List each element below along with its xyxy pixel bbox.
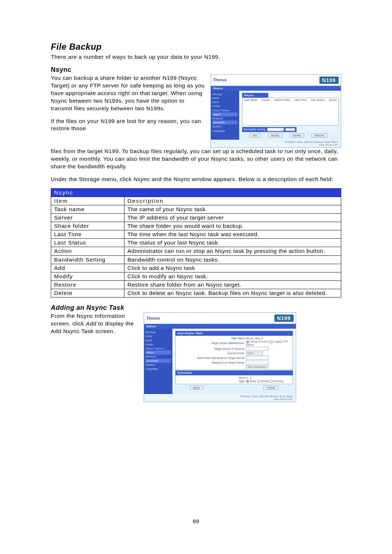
heading-nsync: Nsync — [51, 66, 341, 74]
screenshot-nsync-list: Thecus N199 Status Storage Disks RAID Fo… — [211, 74, 341, 148]
time-select[interactable]: 0 : 0 — [246, 377, 290, 379]
p-file-backup-intro: There are a number of ways to back up yo… — [51, 53, 341, 61]
menubar: Status — [144, 324, 296, 329]
logo: Thecus — [213, 78, 227, 82]
panel-title: Nsync — [242, 93, 268, 98]
nsync-p2b: files from the target N199. To backup fi… — [51, 148, 341, 171]
table-title: Nsync — [51, 188, 341, 197]
type-weekly-radio[interactable] — [257, 380, 260, 383]
col-item: Item — [51, 197, 124, 205]
panel-schedule-title: Schedule — [175, 370, 293, 375]
logo: Thecus — [146, 316, 160, 320]
sidebar: Storage Disks RAID Folder Share Folders … — [211, 91, 239, 140]
heading-file-backup: File Backup — [51, 42, 341, 52]
brand-badge: N199 — [274, 315, 294, 322]
mfg-thecus-radio[interactable] — [246, 341, 249, 344]
screenshot-add-nsync-task: Thecus N199 Status Storage Disks RAID Fo… — [144, 312, 296, 402]
restore-button[interactable]: Restore — [311, 134, 327, 138]
apply-button[interactable]: Apply — [190, 386, 203, 390]
nsync-definition-table: Nsync Item Description Task nameThe name… — [51, 188, 341, 298]
col-desc: Description — [124, 197, 341, 205]
add-button[interactable]: Add — [249, 134, 261, 138]
delete-button[interactable]: Delete — [290, 134, 304, 138]
page-number: 69 — [51, 518, 341, 525]
nsync-p3: Under the Storage menu, click Nsync and … — [51, 176, 341, 183]
source-folder-select[interactable]: nsync — [246, 352, 263, 355]
auth-user-input[interactable] — [246, 356, 269, 360]
type-daily-radio[interactable] — [246, 380, 249, 383]
mfg-ftp-radio[interactable] — [270, 341, 273, 344]
menubar: Status — [211, 86, 341, 91]
bandwidth-apply-button[interactable]: Apply — [285, 128, 295, 131]
test-connection-button[interactable]: Test Connection — [246, 365, 268, 368]
panel-add-title: Add Nsync Task — [175, 331, 293, 336]
sidebar: Storage Disks RAID Folder Share Folders … — [144, 329, 172, 394]
modify-button[interactable]: Modify — [268, 134, 282, 138]
nsync-p2a: If the files on your N199 are lost for a… — [51, 118, 205, 133]
brand-badge: N199 — [319, 77, 339, 84]
target-ip-input[interactable] — [246, 347, 269, 350]
password-input[interactable] — [246, 361, 269, 364]
cancel-button[interactable]: Cancel — [264, 386, 278, 390]
type-monthly-radio[interactable] — [270, 380, 273, 383]
nsync-p1: You can backup a share folder to another… — [51, 74, 205, 112]
heading-add-task: Adding an Nsync Task — [51, 304, 341, 312]
task-name-input[interactable]: Nsync_task_0 — [246, 337, 290, 340]
bandwidth-select[interactable]: Unlimited — [267, 128, 284, 131]
add-task-p: From the Nsync Information screen, click… — [51, 312, 138, 335]
